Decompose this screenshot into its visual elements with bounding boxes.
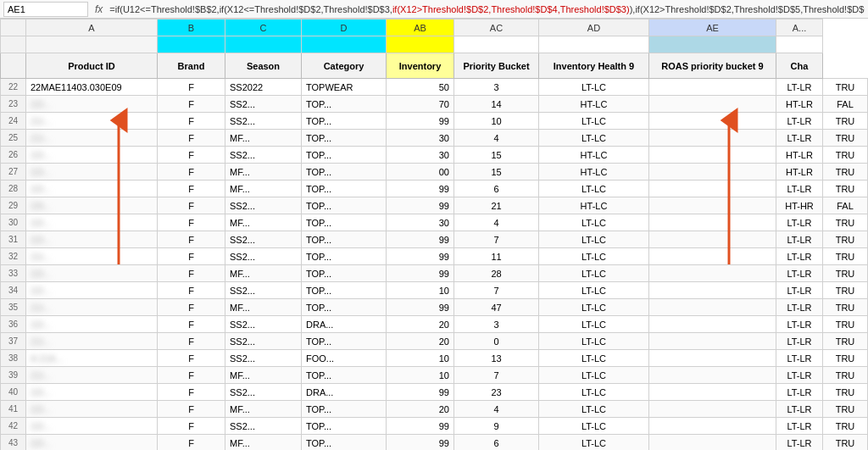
cell[interactable]: 22I... — [26, 265, 158, 282]
cell[interactable] — [649, 248, 776, 265]
cell[interactable]: 28 — [454, 265, 539, 282]
cell[interactable]: MF... — [225, 401, 302, 418]
cell[interactable]: 22I... — [26, 316, 158, 333]
cell[interactable] — [649, 164, 776, 181]
col-header-ab[interactable]: AB — [387, 19, 454, 36]
cell[interactable]: TRU — [823, 367, 868, 384]
cell[interactable]: MF... — [225, 265, 302, 282]
cell[interactable]: HT-LC — [539, 147, 649, 164]
cell[interactable]: FAL — [823, 96, 868, 113]
cell[interactable]: 4 — [454, 401, 539, 418]
cell[interactable]: LT-LC — [539, 79, 649, 96]
col-header-a[interactable]: A — [26, 19, 158, 36]
cell[interactable]: LT-LC — [539, 231, 649, 248]
cell[interactable]: LT-LR — [776, 384, 823, 401]
cell[interactable]: 7 — [454, 367, 539, 384]
cell[interactable]: HT-LC — [539, 96, 649, 113]
cell[interactable] — [649, 282, 776, 299]
cell[interactable]: MF... — [225, 435, 302, 451]
cell[interactable]: TRU — [823, 79, 868, 96]
cell[interactable]: LT-LR — [776, 401, 823, 418]
table-row[interactable]: 38A 21A...FSS2...FOO...1013LT-LCLT-LRTRU — [1, 350, 868, 367]
cell[interactable]: TOP... — [302, 96, 387, 113]
cell[interactable]: LT-LR — [776, 418, 823, 435]
col-header-af[interactable]: A... — [776, 19, 823, 36]
cell[interactable]: LT-LR — [776, 316, 823, 333]
cell[interactable]: F — [158, 130, 225, 147]
cell[interactable]: 22I... — [26, 147, 158, 164]
cell[interactable]: SS2... — [225, 248, 302, 265]
cell[interactable]: MF... — [225, 164, 302, 181]
cell[interactable]: 99 — [387, 248, 454, 265]
cell[interactable]: LT-LC — [539, 113, 649, 130]
cell[interactable]: LT-LR — [776, 435, 823, 451]
cell[interactable]: 22I... — [26, 214, 158, 231]
table-row[interactable]: 2822I...FMF...TOP...996LT-LCLT-LRTRU — [1, 181, 868, 197]
col-header-ac[interactable]: AC — [454, 19, 539, 36]
cell[interactable] — [649, 333, 776, 350]
cell[interactable]: TRU — [823, 418, 868, 435]
cell[interactable]: TOP... — [302, 299, 387, 316]
table-row[interactable]: 4222I...FSS2...TOP...999LT-LCLT-LRTRU — [1, 418, 868, 435]
cell[interactable]: 20 — [387, 401, 454, 418]
cell[interactable] — [649, 384, 776, 401]
cell[interactable]: LT-LR — [776, 79, 823, 96]
table-row[interactable]: 3022I...FMF...TOP...304LT-LCLT-LRTRU — [1, 214, 868, 231]
col-header-ad[interactable]: AD — [539, 19, 649, 36]
cell[interactable]: 20 — [387, 316, 454, 333]
cell[interactable]: LT-LR — [776, 248, 823, 265]
cell[interactable]: F — [158, 401, 225, 418]
table-row[interactable]: 3921I...FMF...TOP...107LT-LCLT-LRTRU — [1, 367, 868, 384]
table-row[interactable]: 3422I...FSS2...TOP...107LT-LCLT-LRTRU — [1, 282, 868, 299]
cell[interactable]: MF... — [225, 367, 302, 384]
cell[interactable]: 3 — [454, 79, 539, 96]
cell[interactable]: 22I... — [26, 231, 158, 248]
cell[interactable]: 10 — [387, 350, 454, 367]
col-header-c[interactable]: C — [225, 19, 302, 36]
cell[interactable]: LT-LC — [539, 248, 649, 265]
cell[interactable]: 11 — [454, 248, 539, 265]
cell[interactable]: LT-LC — [539, 333, 649, 350]
cell[interactable]: 99 — [387, 181, 454, 197]
cell[interactable]: 21I... — [26, 367, 158, 384]
cell[interactable]: F — [158, 113, 225, 130]
cell[interactable]: F — [158, 384, 225, 401]
cell[interactable]: SS2... — [225, 197, 302, 214]
cell[interactable]: 21I... — [26, 130, 158, 147]
cell-reference-box[interactable]: AE1 — [3, 2, 88, 17]
cell[interactable]: SS2... — [225, 418, 302, 435]
cell[interactable]: 23I... — [26, 197, 158, 214]
cell[interactable] — [649, 130, 776, 147]
cell[interactable]: LT-LC — [539, 418, 649, 435]
cell[interactable]: TRU — [823, 282, 868, 299]
cell[interactable]: TRU — [823, 248, 868, 265]
cell[interactable]: TRU — [823, 316, 868, 333]
cell[interactable] — [649, 418, 776, 435]
cell[interactable]: LT-LC — [539, 282, 649, 299]
cell[interactable] — [649, 401, 776, 418]
cell[interactable]: 22I... — [26, 418, 158, 435]
cell[interactable]: 21I... — [26, 248, 158, 265]
table-row[interactable]: 2521I...FMF...TOP...304LT-LCLT-LRTRU — [1, 130, 868, 147]
cell[interactable]: TRU — [823, 435, 868, 451]
cell[interactable]: 99 — [387, 418, 454, 435]
cell[interactable] — [649, 265, 776, 282]
cell[interactable]: TOP... — [302, 147, 387, 164]
cell[interactable]: SS2... — [225, 384, 302, 401]
cell[interactable]: 15 — [454, 147, 539, 164]
cell[interactable]: LT-LC — [539, 265, 649, 282]
cell[interactable]: LT-LC — [539, 181, 649, 197]
cell[interactable]: SS2... — [225, 316, 302, 333]
cell[interactable]: LT-LR — [776, 333, 823, 350]
table-row[interactable]: 2622I...FSS2...TOP...3015HT-LCHT-LRTRU — [1, 147, 868, 164]
cell[interactable]: F — [158, 350, 225, 367]
cell[interactable]: F — [158, 181, 225, 197]
cell[interactable]: TOP... — [302, 248, 387, 265]
cell[interactable]: TOP... — [302, 214, 387, 231]
cell[interactable]: F — [158, 79, 225, 96]
cell[interactable]: A 21A... — [26, 350, 158, 367]
cell[interactable]: F — [158, 299, 225, 316]
cell[interactable]: F — [158, 147, 225, 164]
cell[interactable]: SS2... — [225, 147, 302, 164]
cell[interactable]: F — [158, 96, 225, 113]
